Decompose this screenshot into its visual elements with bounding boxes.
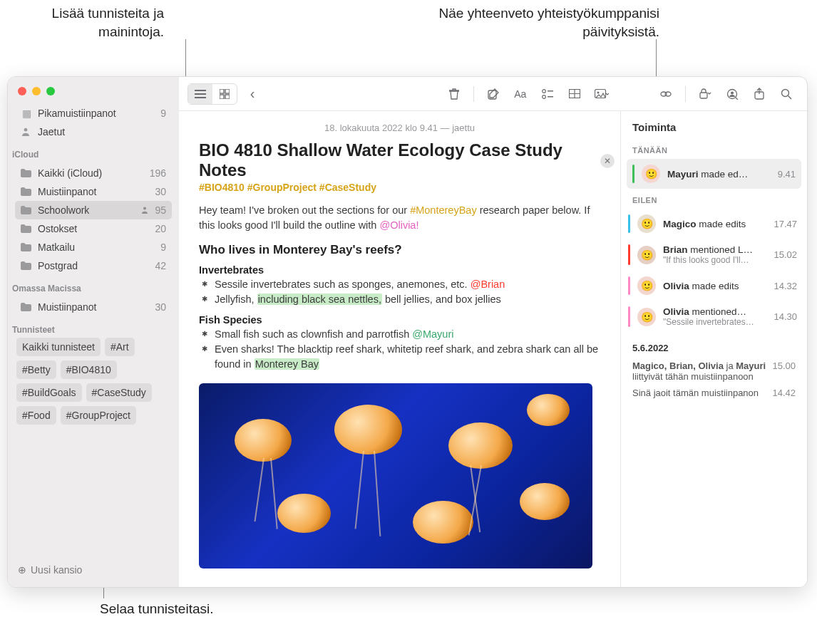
folder-icon — [21, 224, 32, 233]
sidebar-item-folder[interactable]: Kaikki (iCloud)196 — [15, 164, 172, 182]
zoom-window-button[interactable] — [46, 87, 55, 95]
link-button[interactable] — [654, 84, 678, 104]
activity-text: Magico made edits — [663, 219, 766, 229]
sidebar-item-label: Matkailu — [38, 242, 155, 253]
sidebar-item-label: Postgrad — [38, 260, 149, 271]
shared-icon — [21, 127, 32, 137]
note-body[interactable]: ✕ 18. lokakuuta 2022 klo 9.41 — jaettu B… — [179, 111, 620, 587]
note-heading: Who lives in Monterey Bay's reefs? — [199, 243, 600, 257]
tag-chip[interactable]: #GroupProject — [61, 406, 136, 425]
svg-rect-21 — [700, 93, 707, 98]
quicknote-icon: ▦ — [21, 108, 32, 119]
checklist-button[interactable] — [535, 84, 560, 104]
folder-icon — [21, 187, 32, 196]
plus-circle-icon: ⊕ — [18, 564, 26, 576]
svg-point-12 — [543, 95, 546, 98]
tag-chip[interactable]: #BuildGoals — [16, 383, 82, 402]
new-folder-label: Uusi kansio — [31, 564, 82, 576]
sidebar-item-label: Schoolwork — [38, 204, 135, 216]
note-title: BIO 4810 Shallow Water Ecology Case Stud… — [199, 140, 600, 180]
svg-point-10 — [543, 89, 546, 93]
note-hashtags: #BIO4810 #GroupProject #CaseStudy — [199, 182, 600, 193]
activity-title: Toiminta — [621, 111, 807, 139]
close-activity-button[interactable]: ✕ — [600, 154, 615, 168]
sidebar-item-folder[interactable]: Matkailu9 — [15, 238, 172, 256]
avatar: 🙂 — [637, 246, 656, 264]
folder-icon — [21, 206, 32, 214]
tag-chip[interactable]: #Betty — [16, 360, 56, 379]
sidebar-item-count: 20 — [155, 223, 166, 234]
close-window-button[interactable] — [18, 87, 26, 95]
sidebar-item-folder[interactable]: Postgrad42 — [15, 256, 172, 275]
avatar: 🙂 — [637, 214, 656, 233]
trash-button[interactable] — [442, 84, 466, 104]
svg-point-1 — [143, 207, 146, 210]
sidebar-item-count: 196 — [150, 167, 166, 179]
lock-button[interactable] — [693, 84, 717, 104]
activity-time: 9.41 — [778, 169, 796, 180]
tag-chip[interactable]: Kaikki tunnisteet — [16, 338, 101, 356]
sidebar-item-folder[interactable]: Ostokset20 — [15, 219, 172, 238]
sidebar-item-folder[interactable]: Schoolwork95 — [15, 201, 172, 219]
share-button[interactable] — [747, 84, 771, 104]
activity-text: Olivia made edits — [663, 281, 766, 291]
folder-icon — [21, 261, 32, 270]
activity-color-bar — [628, 306, 630, 327]
list-item: Small fish such as clownfish and parrotf… — [215, 327, 600, 342]
sidebar-item-count: 9 — [160, 108, 166, 119]
new-folder-button[interactable]: ⊕ Uusi kansio — [8, 557, 179, 583]
tag-chip[interactable]: #BIO4810 — [61, 360, 117, 379]
collaborate-button[interactable] — [720, 84, 744, 104]
activity-item[interactable]: 🙂Mayuri made ed…9.41 — [627, 159, 801, 189]
activity-color-bar — [628, 244, 630, 265]
folder-icon — [21, 169, 32, 177]
activity-section-header: EILEN — [621, 189, 807, 209]
sidebar: ▦ Pikamuistiinpanot 9 Jaetut iCloud Kaik… — [8, 77, 179, 587]
sidebar-item-count: 30 — [155, 301, 166, 313]
sidebar-group-icloud: Kaikki (iCloud)196Muistiinpanot30Schoolw… — [8, 162, 179, 279]
compose-button[interactable] — [481, 84, 505, 104]
sidebar-item-folder[interactable]: Muistiinpanot30 — [15, 298, 172, 316]
sidebar-item-label: Kaikki (iCloud) — [38, 167, 144, 179]
grid-view-button[interactable] — [212, 84, 237, 104]
format-button[interactable]: Aa — [508, 84, 533, 104]
activity-color-bar — [628, 276, 630, 295]
avatar: 🙂 — [637, 308, 656, 326]
activity-item[interactable]: 🙂Olivia made edits14.32 — [621, 271, 807, 301]
activity-item[interactable]: 🙂Brian mentioned L…"If this looks good I… — [621, 239, 807, 271]
activity-plain-item: Magico, Brian, Olivia ja Mayuri liittyiv… — [621, 358, 807, 385]
svg-point-25 — [782, 89, 789, 96]
main-pane: ‹ Aa ✕ 18. lokakuuta 2022 klo 9.41 — jae… — [179, 77, 807, 587]
sidebar-item-label: Ostokset — [38, 223, 149, 234]
svg-rect-13 — [548, 96, 553, 98]
activity-item[interactable]: 🙂Magico made edits17.47 — [621, 209, 807, 239]
list-item: Jellyfish, including black sea nettles, … — [215, 292, 600, 307]
sidebar-top: ▦ Pikamuistiinpanot 9 Jaetut — [8, 103, 179, 145]
tag-chip[interactable]: #CaseStudy — [86, 383, 152, 402]
activity-text: Brian mentioned L…"If this looks good I'… — [663, 244, 766, 265]
svg-rect-8 — [225, 95, 230, 99]
sidebar-item-quicknotes[interactable]: ▦ Pikamuistiinpanot 9 — [15, 104, 172, 123]
sidebar-item-label: Jaetut — [38, 126, 166, 137]
activity-time: 15.02 — [774, 249, 797, 260]
media-button[interactable] — [590, 84, 614, 104]
activity-item[interactable]: 🙂Olivia mentioned…"Sessile invertebrates… — [621, 301, 807, 333]
sidebar-item-folder[interactable]: Muistiinpanot30 — [15, 182, 172, 201]
tag-chip[interactable]: #Food — [16, 406, 56, 425]
activity-plain-item: Sinä jaoit tämän muistiinpanon 14.42 — [621, 385, 807, 401]
list-view-button[interactable] — [188, 84, 212, 104]
svg-rect-11 — [548, 90, 553, 92]
shared-badge-icon — [140, 206, 149, 214]
svg-point-0 — [24, 128, 28, 132]
activity-color-bar — [632, 165, 634, 183]
note-image-jellyfish — [199, 383, 592, 568]
search-button[interactable] — [774, 84, 798, 104]
activity-section-header: TÄNÄÄN — [621, 139, 807, 159]
minimize-window-button[interactable] — [32, 87, 41, 95]
table-button[interactable] — [562, 84, 587, 104]
tag-chip[interactable]: #Art — [105, 338, 135, 356]
window-controls — [8, 77, 179, 103]
activity-time: 14.32 — [774, 281, 797, 291]
sidebar-item-shared[interactable]: Jaetut — [15, 123, 172, 141]
back-button[interactable]: ‹ — [240, 84, 264, 104]
